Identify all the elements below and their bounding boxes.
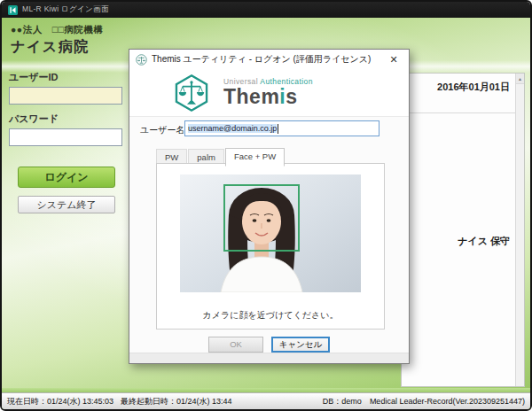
screen: ML-R Kiwi ログイン画面 ●●法人 □□病院機構 ナイス病院 ユーザーI… (0, 0, 532, 411)
cancel-button[interactable]: キャンセル (271, 337, 330, 353)
panel-divider (402, 112, 515, 113)
themis-login-dialog: Themis ユーティリティ - ログオン (評価用ライセンス) ✕ (129, 49, 410, 364)
status-bar: 現在日時：01/24(水) 13:45:03最終起動日時：01/24(水) 13… (2, 392, 530, 409)
current-date: 2016年01月01日 (402, 74, 524, 94)
app-window: ML-R Kiwi ログイン画面 ●●法人 □□病院機構 ナイス病院 ユーザーI… (0, 0, 532, 411)
tab-face-pw[interactable]: Face + PW (225, 148, 285, 167)
hospital-name: ナイス病院 (11, 38, 103, 57)
last-boot-value: 01/24(水) 13:44 (176, 397, 232, 406)
user-id-input[interactable] (9, 87, 122, 105)
password-label: パスワード (9, 112, 124, 126)
maintenance-note: ナイス 保守 (458, 235, 510, 248)
info-panel: 2016年01月01日 ナイス 保守 ▲ (401, 73, 525, 387)
camera-preview (180, 174, 361, 292)
username-value: username@domain.co.jp (188, 124, 277, 133)
dialog-buttons: OK キャンセル (129, 337, 409, 353)
window-title: ML-R Kiwi ログイン画面 (22, 4, 109, 15)
username-input[interactable]: username@domain.co.jp (184, 120, 379, 136)
app-body: ●●法人 □□病院機構 ナイス病院 ユーザーID パスワード ログイン システム… (2, 18, 530, 409)
current-datetime-label: 現在日時： (7, 397, 47, 406)
user-id-label: ユーザーID (9, 71, 124, 84)
scroll-up-icon[interactable]: ▲ (516, 74, 524, 84)
dialog-titlebar[interactable]: Themis ユーティリティ - ログオン (評価用ライセンス) ✕ (129, 50, 409, 69)
text-caret (278, 124, 278, 134)
close-icon[interactable]: ✕ (380, 50, 407, 68)
db-info: DB：demo Medical Leader-Record(Ver.202309… (323, 396, 525, 407)
app-icon (8, 5, 18, 15)
login-button[interactable]: ログイン (18, 167, 115, 188)
status-left: 現在日時：01/24(水) 13:45:03最終起動日時：01/24(水) 13… (7, 396, 232, 407)
camera-message: カメラに顔を近づけてください。 (157, 309, 384, 322)
dialog-title: Themis ユーティリティ - ログオン (評価用ライセンス) (152, 53, 376, 66)
login-form: ユーザーID パスワード ログイン システム終了 (9, 71, 124, 213)
themis-brand: Universal Authentication Themis (129, 69, 409, 117)
themis-logo-icon (172, 74, 211, 112)
organization-name: ●●法人 □□病院機構 (11, 24, 103, 36)
current-datetime-value: 01/24(水) 13:45:03 (47, 397, 113, 406)
brand-name: Themis (223, 86, 313, 107)
system-exit-button[interactable]: システム終了 (18, 196, 115, 213)
last-boot-label: 最終起動日時： (121, 397, 176, 406)
window-titlebar: ML-R Kiwi ログイン画面 (2, 2, 530, 18)
app-header: ●●法人 □□病院機構 ナイス病院 (11, 24, 103, 57)
face-auth-panel: カメラに顔を近づけてください。 (156, 163, 385, 330)
scales-icon (136, 54, 147, 66)
dialog-footer (129, 353, 409, 363)
ok-button[interactable]: OK (208, 337, 263, 353)
panel-scrollbar[interactable]: ▲ (515, 74, 524, 386)
password-input[interactable] (9, 128, 122, 146)
brand-text: Universal Authentication Themis (223, 77, 313, 107)
